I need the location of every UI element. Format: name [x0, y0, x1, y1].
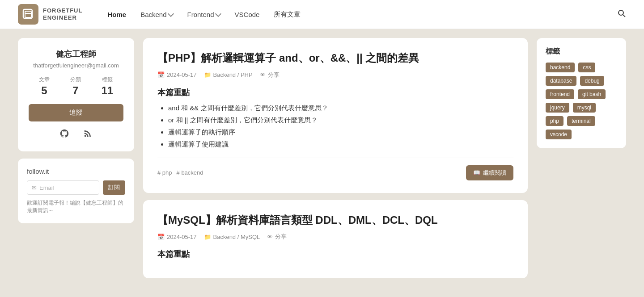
email-icon: ✉ — [32, 184, 37, 191]
logo-icon — [18, 4, 38, 25]
tags-grid: backendcssdatabasedebugfrontendgit bashj… — [546, 63, 617, 139]
meta-share-2[interactable]: 👁 分享 — [267, 233, 287, 241]
article-title-1: 【PHP】解析邏輯運算子 and、or、&&、|| 之間的差異 — [157, 50, 513, 66]
meta-date-1: 📅 2024-05-17 — [157, 71, 197, 78]
article-link-2[interactable]: 【MySQL】解析資料庫語言類型 DDL、DML、DCL、DQL — [157, 214, 438, 226]
folder-icon: 📁 — [204, 71, 211, 78]
tag-badge[interactable]: css — [578, 63, 595, 72]
read-more-button-1[interactable]: 📖 繼續閱讀 — [466, 165, 513, 180]
book-icon: 📖 — [473, 169, 480, 176]
list-item: and 和 && 之間有什麼差別，它們分別代表什麼意思？ — [168, 104, 513, 113]
list-item: 邏輯運算子使用建議 — [168, 140, 513, 149]
article-footer-1: # php # backend 📖 繼續閱讀 — [157, 158, 513, 180]
followit-description: 歡迎訂閱電子報！編說【健忘工程師】的最新資訊～ — [27, 199, 125, 214]
article-tags-1: # php # backend — [157, 169, 203, 176]
tag-php[interactable]: # php — [157, 169, 172, 176]
followit-title: follow.it — [27, 167, 125, 175]
svg-line-4 — [623, 15, 625, 17]
stat-tags: 標籤 11 — [101, 76, 113, 97]
nav-item-backend[interactable]: Backend — [133, 0, 180, 29]
chevron-down-icon — [167, 10, 174, 17]
chevron-down-icon — [215, 10, 221, 17]
email-placeholder: Email — [39, 184, 54, 191]
main-content: 健忘工程師 thatforgetfulengineer@gmail.com 文章… — [0, 29, 644, 287]
profile-stats: 文章 5 分類 7 標籤 11 — [29, 76, 123, 97]
list-item: 邏輯運算子的執行順序 — [168, 128, 513, 137]
profile-email: thatforgetfulengineer@gmail.com — [29, 62, 123, 69]
article-title-2: 【MySQL】解析資料庫語言類型 DDL、DML、DCL、DQL — [157, 213, 513, 228]
search-icon[interactable] — [617, 9, 626, 20]
article-meta-1: 📅 2024-05-17 📁 Backend / PHP 👁 分享 — [157, 71, 513, 79]
meta-category-2: 📁 Backend / MySQL — [204, 234, 260, 240]
profile-name: 健忘工程師 — [29, 49, 123, 59]
stat-categories: 分類 7 — [70, 76, 81, 97]
article-card-2: 【MySQL】解析資料庫語言類型 DDL、DML、DCL、DQL 📅 2024-… — [143, 200, 528, 279]
nav-item-home[interactable]: Home — [100, 0, 133, 29]
social-links — [29, 129, 123, 141]
stat-value-articles: 5 — [39, 84, 50, 97]
tag-badge[interactable]: vscode — [546, 130, 572, 139]
calendar-icon: 📅 — [157, 71, 165, 78]
tag-badge[interactable]: debug — [580, 76, 604, 86]
tag-badge[interactable]: database — [546, 76, 576, 86]
tag-badge[interactable]: git bash — [578, 89, 606, 99]
nav-links: Home Backend Frontend VSCode 所有文章 — [100, 0, 617, 29]
email-row: ✉ Email 訂閱 — [27, 180, 125, 195]
stat-label-articles: 文章 — [39, 76, 50, 84]
article-points-1: and 和 && 之間有什麼差別，它們分別代表什麼意思？ or 和 || 之間有… — [157, 104, 513, 149]
right-sidebar: 標籤 backendcssdatabasedebugfrontendgit ba… — [537, 38, 626, 278]
tag-badge[interactable]: jquery — [546, 103, 569, 113]
left-sidebar: 健忘工程師 thatforgetfulengineer@gmail.com 文章… — [18, 38, 134, 278]
logo-bottom: ENGINEER — [43, 14, 82, 21]
share-icon: 👁 — [267, 234, 273, 240]
list-item: or 和 || 之間有什麼差別，它們分別代表什麼意思？ — [168, 116, 513, 125]
follow-button[interactable]: 追蹤 — [29, 104, 123, 121]
tag-badge[interactable]: mysql — [573, 103, 596, 113]
article-link-1[interactable]: 【PHP】解析邏輯運算子 and、or、&&、|| 之間的差異 — [157, 52, 419, 64]
followit-card: follow.it ✉ Email 訂閱 歡迎訂閱電子報！編說【健忘工程師】的最… — [18, 159, 134, 223]
nav-item-frontend[interactable]: Frontend — [180, 0, 228, 29]
tags-header: 標籤 — [546, 47, 617, 56]
stat-value-categories: 7 — [70, 84, 81, 97]
nav-item-vscode[interactable]: VSCode — [228, 0, 267, 29]
github-icon[interactable] — [59, 129, 69, 141]
tag-badge[interactable]: terminal — [567, 116, 595, 126]
svg-rect-1 — [25, 11, 31, 17]
tag-badge[interactable]: frontend — [546, 89, 574, 99]
meta-category-1: 📁 Backend / PHP — [204, 71, 253, 78]
section-title-1: 本篇重點 — [157, 87, 513, 98]
profile-card: 健忘工程師 thatforgetfulengineer@gmail.com 文章… — [18, 38, 134, 151]
folder-icon: 📁 — [204, 234, 211, 240]
stat-label-tags: 標籤 — [101, 76, 113, 84]
meta-date-2: 📅 2024-05-17 — [157, 234, 197, 240]
subscribe-button[interactable]: 訂閱 — [103, 180, 125, 195]
nav-item-all-articles[interactable]: 所有文章 — [267, 0, 308, 29]
section-title-2: 本篇重點 — [157, 249, 513, 259]
logo-top: FORGETFUL — [43, 7, 82, 14]
svg-point-3 — [619, 10, 623, 15]
rss-icon[interactable] — [83, 129, 93, 141]
stat-value-tags: 11 — [101, 84, 113, 97]
email-input-wrapper[interactable]: ✉ Email — [27, 180, 99, 195]
meta-share-1[interactable]: 👁 分享 — [260, 71, 280, 79]
article-meta-2: 📅 2024-05-17 📁 Backend / MySQL 👁 分享 — [157, 233, 513, 241]
center-content: 【PHP】解析邏輯運算子 and、or、&&、|| 之間的差異 📅 2024-0… — [143, 38, 528, 278]
tag-badge[interactable]: php — [546, 116, 564, 126]
logo-link[interactable]: FORGETFUL ENGINEER — [18, 4, 82, 25]
article-card-1: 【PHP】解析邏輯運算子 and、or、&&、|| 之間的差異 📅 2024-0… — [143, 38, 528, 193]
stat-articles: 文章 5 — [39, 76, 50, 97]
calendar-icon: 📅 — [157, 234, 165, 240]
navbar: FORGETFUL ENGINEER Home Backend Frontend… — [0, 0, 644, 29]
tag-badge[interactable]: backend — [546, 63, 575, 72]
logo-text: FORGETFUL ENGINEER — [43, 7, 82, 21]
share-icon: 👁 — [260, 71, 266, 78]
tags-card: 標籤 backendcssdatabasedebugfrontendgit ba… — [537, 38, 626, 148]
stat-label-categories: 分類 — [70, 76, 81, 84]
tag-backend[interactable]: # backend — [177, 169, 203, 176]
